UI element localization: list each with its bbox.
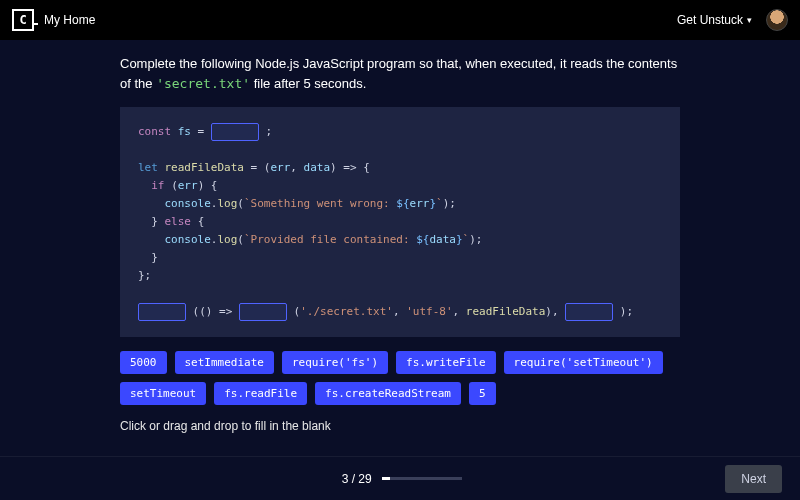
avatar[interactable] [766,9,788,31]
chip-setimmediate[interactable]: setImmediate [175,351,274,374]
code-token: } [138,213,165,231]
code-token: ); [443,195,456,213]
code-blank-2[interactable] [138,303,186,321]
chip-5000[interactable]: 5000 [120,351,167,374]
code-block: const fs = ; let readFileData = (err, da… [120,107,680,337]
chip-fs-createreadstream[interactable]: fs.createReadStream [315,382,461,405]
code-token: = [191,123,211,141]
code-token: . [211,195,218,213]
code-token: log [217,195,237,213]
progress-label: 3 / 29 [342,472,372,486]
chip-fs-writefile[interactable]: fs.writeFile [396,351,495,374]
next-button[interactable]: Next [725,465,782,493]
code-token: } [138,249,158,267]
code-token: err [178,177,198,195]
chevron-down-icon: ▾ [747,15,752,25]
code-token: fs [178,123,191,141]
header-right: Get Unstuck ▾ [677,9,788,31]
code-token: console [138,195,211,213]
progress-indicator: 3 / 29 [342,472,462,486]
code-token: (() => [186,303,239,321]
code-token: ${ [396,195,409,213]
code-token: ` [463,231,470,249]
code-token: ` [436,195,443,213]
code-token: const [138,123,178,141]
code-token: , [453,303,466,321]
code-token: `Provided file contained: [244,231,416,249]
code-blank-4[interactable] [565,303,613,321]
code-token: if [138,177,171,195]
code-token: ); [469,231,482,249]
code-token: ) { [198,177,218,195]
code-token: ) => { [330,159,370,177]
code-token: ( [287,303,300,321]
progress-track[interactable] [382,477,462,480]
code-token: let [138,159,165,177]
code-token: , [290,159,303,177]
get-unstuck-label: Get Unstuck [677,13,743,27]
code-token: log [217,231,237,249]
code-token: `Something went wrong: [244,195,396,213]
chip-require-fs[interactable]: require('fs') [282,351,388,374]
prompt-post: file after 5 seconds. [250,76,366,91]
logo-icon[interactable]: C [12,9,34,31]
code-token: ), [545,303,565,321]
code-token: { [198,213,205,231]
code-token: readFileData [466,303,545,321]
code-token: err [270,159,290,177]
code-blank-1[interactable] [211,123,259,141]
prompt-filename: 'secret.txt' [156,76,250,91]
code-token: console [138,231,211,249]
chip-5[interactable]: 5 [469,382,496,405]
code-token: readFileData [165,159,244,177]
code-token: data [304,159,331,177]
code-token: ( [237,231,244,249]
code-token: }; [138,267,151,285]
instruction-hint: Click or drag and drop to fill in the bl… [120,419,680,433]
get-unstuck-button[interactable]: Get Unstuck ▾ [677,13,752,27]
code-token: ( [171,177,178,195]
code-token: err [410,195,430,213]
chip-fs-readfile[interactable]: fs.readFile [214,382,307,405]
code-token: ${ [416,231,429,249]
code-token: ; [259,123,272,141]
question-prompt: Complete the following Node.js JavaScrip… [120,54,680,93]
code-token: data [429,231,456,249]
answer-chips: 5000 setImmediate require('fs') fs.write… [120,351,680,405]
lesson-content: Complete the following Node.js JavaScrip… [0,40,800,456]
code-token: ); [613,303,633,321]
code-token: ( [237,195,244,213]
code-blank-3[interactable] [239,303,287,321]
chip-require-settimeout[interactable]: require('setTimeout') [504,351,663,374]
header-left: C My Home [12,9,95,31]
code-token: = ( [244,159,271,177]
app-header: C My Home Get Unstuck ▾ [0,0,800,40]
code-token: 'utf-8' [406,303,452,321]
code-token: , [393,303,406,321]
lesson-footer: 3 / 29 Next [0,456,800,500]
code-token: . [211,231,218,249]
chip-settimeout[interactable]: setTimeout [120,382,206,405]
code-token: } [429,195,436,213]
code-token: else [165,213,198,231]
my-home-link[interactable]: My Home [44,13,95,27]
code-token: } [456,231,463,249]
progress-fill [382,477,390,480]
code-token: './secret.txt' [300,303,393,321]
